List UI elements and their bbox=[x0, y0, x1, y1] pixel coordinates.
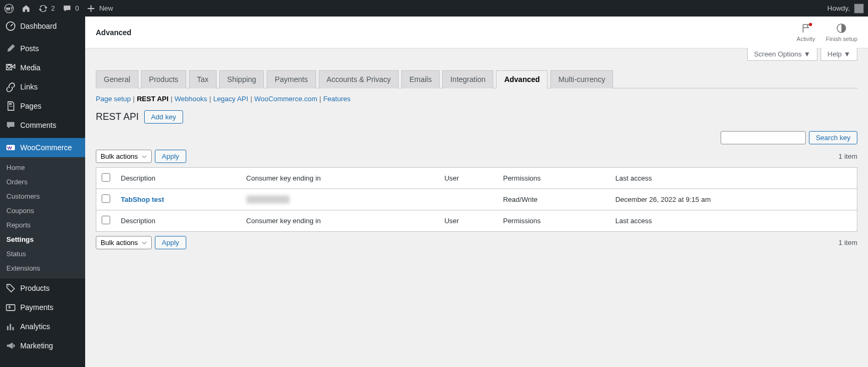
sidebar-item-label: Products bbox=[20, 284, 49, 292]
sidebar-item-pages[interactable]: Pages bbox=[0, 96, 85, 116]
row-user bbox=[439, 189, 498, 210]
subsub-legacy-api[interactable]: Legacy API bbox=[213, 95, 249, 103]
row-description-link[interactable]: TabShop test bbox=[121, 195, 164, 203]
updates-link[interactable]: 2 bbox=[38, 4, 55, 13]
sub-settings[interactable]: Settings bbox=[0, 232, 85, 247]
tab-accounts[interactable]: Accounts & Privacy bbox=[319, 70, 399, 88]
sidebar-item-products[interactable]: Products bbox=[0, 279, 85, 298]
svg-point-3 bbox=[8, 286, 9, 287]
section-title: REST API bbox=[96, 111, 139, 123]
svg-text:$: $ bbox=[9, 305, 11, 309]
home-icon[interactable] bbox=[21, 4, 31, 13]
col-last-access-foot: Last access bbox=[610, 210, 857, 232]
sidebar-item-marketing[interactable]: Marketing bbox=[0, 336, 85, 355]
howdy-label: Howdy, bbox=[828, 4, 850, 12]
admin-toolbar: 2 0 New Howdy, bbox=[0, 0, 868, 17]
search-key-button[interactable]: Search key bbox=[809, 131, 857, 144]
sidebar-item-payments[interactable]: $Payments bbox=[0, 298, 85, 317]
new-label: New bbox=[99, 4, 113, 12]
col-consumer-key-foot: Consumer key ending in bbox=[241, 210, 439, 232]
tab-tax[interactable]: Tax bbox=[189, 70, 217, 88]
sidebar-item-label: Media bbox=[20, 63, 40, 72]
activity-label: Activity bbox=[797, 36, 815, 42]
sidebar-item-label: Payments bbox=[20, 303, 53, 312]
activity-button[interactable]: Activity bbox=[797, 23, 815, 42]
apply-button-top[interactable]: Apply bbox=[155, 150, 186, 163]
tab-general[interactable]: General bbox=[96, 70, 138, 88]
sub-extensions[interactable]: Extensions bbox=[0, 261, 85, 275]
item-count-bottom: 1 item bbox=[839, 239, 857, 247]
sub-coupons[interactable]: Coupons bbox=[0, 203, 85, 218]
subsub-woocommerce-com[interactable]: WooCommerce.com bbox=[254, 95, 317, 103]
col-description-foot: Description bbox=[115, 210, 241, 232]
subsub-page-setup[interactable]: Page setup bbox=[96, 95, 131, 103]
updates-count: 2 bbox=[51, 4, 55, 12]
flag-icon bbox=[800, 23, 811, 35]
comments-count: 0 bbox=[75, 4, 79, 12]
row-checkbox[interactable] bbox=[102, 194, 110, 203]
tab-shipping[interactable]: Shipping bbox=[219, 70, 264, 88]
setup-icon bbox=[836, 23, 847, 35]
apply-button-bottom[interactable]: Apply bbox=[155, 236, 186, 249]
col-description[interactable]: Description bbox=[115, 168, 241, 189]
howdy-link[interactable]: Howdy, bbox=[828, 4, 850, 12]
sidebar-item-woocommerce[interactable]: WooCommerce bbox=[0, 138, 85, 157]
subsub-features[interactable]: Features bbox=[323, 95, 350, 103]
sidebar-item-label: Marketing bbox=[20, 341, 53, 350]
row-permissions: Read/Write bbox=[498, 189, 610, 210]
bulk-actions-select-top[interactable]: Bulk actions bbox=[96, 150, 152, 163]
tab-integration[interactable]: Integration bbox=[442, 70, 493, 88]
sidebar-item-label: Links bbox=[20, 83, 38, 91]
sidebar-item-label: Posts bbox=[20, 44, 39, 53]
col-user[interactable]: User bbox=[439, 168, 498, 189]
settings-tabs: General Products Tax Shipping Payments A… bbox=[96, 70, 857, 88]
sub-nav: Page setup| REST API| Webhooks| Legacy A… bbox=[96, 95, 857, 103]
admin-sidebar: Dashboard Posts Media Links Pages Commen… bbox=[0, 17, 85, 367]
subsub-webhooks[interactable]: Webhooks bbox=[175, 95, 207, 103]
tab-payments[interactable]: Payments bbox=[267, 70, 316, 88]
sidebar-item-label: Pages bbox=[20, 102, 42, 110]
api-keys-table: Description Consumer key ending in User … bbox=[96, 167, 857, 232]
sidebar-item-media[interactable]: Media bbox=[0, 58, 85, 77]
screen-options-tab[interactable]: Screen Options ▼ bbox=[747, 48, 817, 61]
bulk-actions-select-bottom[interactable]: Bulk actions bbox=[96, 236, 152, 249]
row-key-ending: …XXXXXXX bbox=[246, 195, 290, 203]
help-tab[interactable]: Help ▼ bbox=[821, 48, 857, 61]
sidebar-item-dashboard[interactable]: Dashboard bbox=[0, 17, 85, 36]
sub-home[interactable]: Home bbox=[0, 160, 85, 175]
sub-customers[interactable]: Customers bbox=[0, 189, 85, 203]
item-count-top: 1 item bbox=[839, 152, 857, 160]
page-title: Advanced bbox=[96, 28, 131, 37]
col-permissions[interactable]: Permissions bbox=[498, 168, 610, 189]
sidebar-item-links[interactable]: Links bbox=[0, 77, 85, 96]
sidebar-item-analytics[interactable]: Analytics bbox=[0, 317, 85, 336]
sidebar-item-label: Comments bbox=[20, 121, 56, 129]
col-last-access[interactable]: Last access bbox=[610, 168, 857, 189]
row-last-access: December 26, 2022 at 9:15 am bbox=[610, 189, 857, 210]
tab-advanced[interactable]: Advanced bbox=[496, 70, 548, 88]
new-link[interactable]: New bbox=[86, 4, 113, 13]
sidebar-item-label: Dashboard bbox=[20, 22, 57, 30]
select-all-bottom[interactable] bbox=[102, 216, 110, 224]
tab-products[interactable]: Products bbox=[141, 70, 186, 88]
sidebar-item-posts[interactable]: Posts bbox=[0, 39, 85, 58]
sidebar-item-label: WooCommerce bbox=[20, 143, 72, 152]
page-header: Advanced Activity Finish setup bbox=[85, 17, 868, 48]
select-all-top[interactable] bbox=[102, 173, 110, 182]
avatar[interactable] bbox=[854, 4, 864, 13]
sub-reports[interactable]: Reports bbox=[0, 218, 85, 232]
search-key-input[interactable] bbox=[721, 131, 806, 144]
add-key-button[interactable]: Add key bbox=[144, 110, 183, 124]
sub-orders[interactable]: Orders bbox=[0, 175, 85, 189]
finish-setup-button[interactable]: Finish setup bbox=[826, 23, 857, 42]
tab-emails[interactable]: Emails bbox=[401, 70, 440, 88]
col-consumer-key[interactable]: Consumer key ending in bbox=[241, 168, 439, 189]
sidebar-item-comments[interactable]: Comments bbox=[0, 116, 85, 135]
col-user-foot: User bbox=[439, 210, 498, 232]
wp-logo[interactable] bbox=[4, 4, 14, 13]
finish-label: Finish setup bbox=[826, 36, 857, 42]
subsub-rest-api[interactable]: REST API bbox=[137, 95, 168, 103]
tab-multicurrency[interactable]: Multi-currency bbox=[550, 70, 613, 88]
comments-link[interactable]: 0 bbox=[62, 4, 79, 13]
sub-status[interactable]: Status bbox=[0, 247, 85, 261]
